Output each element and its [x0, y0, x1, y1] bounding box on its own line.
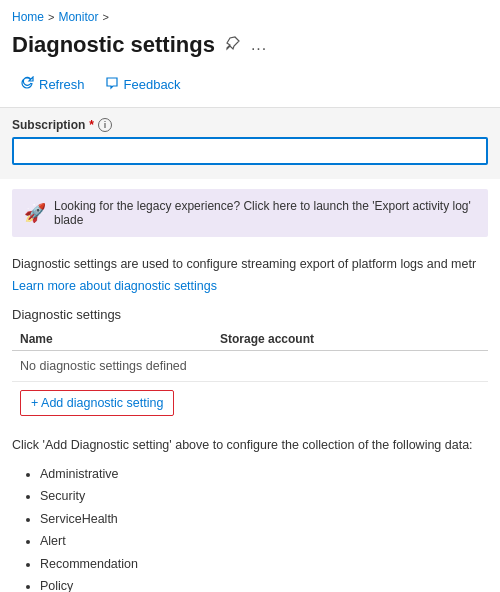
description-text: Diagnostic settings are used to configur… [12, 255, 488, 274]
promo-text: Looking for the legacy experience? Click… [54, 199, 476, 227]
page-title: Diagnostic settings [12, 32, 215, 58]
pin-icon[interactable] [225, 35, 241, 55]
rocket-icon: 🚀 [24, 202, 46, 224]
subscription-input[interactable] [12, 137, 488, 165]
table-empty-row: No diagnostic settings defined [12, 351, 488, 382]
list-item: Policy [40, 575, 488, 592]
table-header: Name Storage account [12, 328, 488, 351]
info-icon[interactable]: i [98, 118, 112, 132]
list-item: Administrative [40, 463, 488, 486]
learn-more-link[interactable]: Learn more about diagnostic settings [12, 279, 217, 293]
breadcrumb-sep2: > [102, 11, 108, 23]
breadcrumb: Home > Monitor > [0, 0, 500, 28]
table-header-name: Name [20, 332, 220, 346]
page-title-row: Diagnostic settings ... [0, 28, 500, 66]
subscription-section: Subscription * i [0, 107, 500, 179]
feedback-button[interactable]: Feedback [97, 72, 189, 97]
subscription-label: Subscription * i [12, 118, 488, 132]
diagnostic-settings-section-title: Diagnostic settings [12, 307, 488, 322]
feedback-label: Feedback [124, 77, 181, 92]
breadcrumb-monitor[interactable]: Monitor [58, 10, 98, 24]
refresh-button[interactable]: Refresh [12, 72, 93, 97]
breadcrumb-sep1: > [48, 11, 54, 23]
diagnostic-settings-table: Name Storage account No diagnostic setti… [12, 328, 488, 382]
refresh-icon [20, 76, 34, 93]
list-item: Security [40, 485, 488, 508]
click-description-text: Click 'Add Diagnostic setting' above to … [12, 436, 488, 455]
list-item: ServiceHealth [40, 508, 488, 531]
more-options-icon[interactable]: ... [251, 36, 267, 54]
required-indicator: * [89, 118, 94, 132]
main-content: Diagnostic settings are used to configur… [0, 247, 500, 592]
refresh-label: Refresh [39, 77, 85, 92]
list-item: Recommendation [40, 553, 488, 576]
data-items-list: AdministrativeSecurityServiceHealthAlert… [12, 463, 488, 593]
promo-banner: 🚀 Looking for the legacy experience? Cli… [12, 189, 488, 237]
toolbar: Refresh Feedback [0, 66, 500, 107]
list-item: Alert [40, 530, 488, 553]
breadcrumb-home[interactable]: Home [12, 10, 44, 24]
table-header-storage: Storage account [220, 332, 314, 346]
add-diagnostic-setting-button[interactable]: + Add diagnostic setting [20, 390, 174, 416]
feedback-icon [105, 76, 119, 93]
